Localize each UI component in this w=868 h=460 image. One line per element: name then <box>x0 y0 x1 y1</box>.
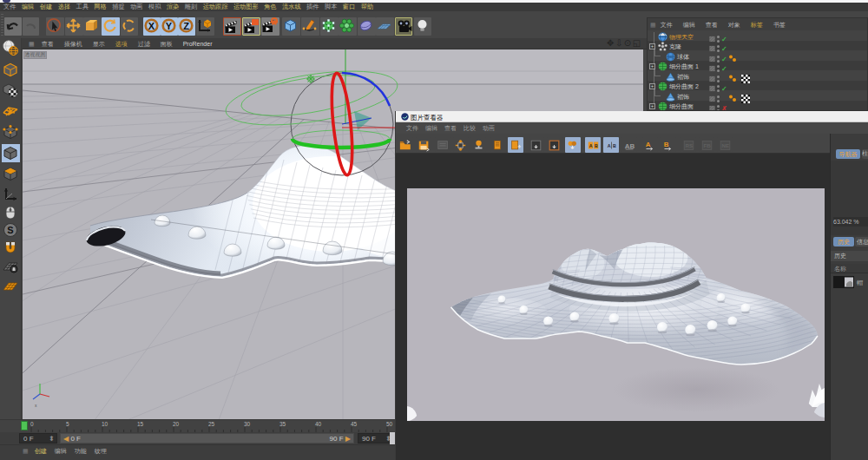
svg-text:X: X <box>148 21 155 31</box>
svg-text:A: A <box>589 142 592 148</box>
svg-text:B: B <box>595 142 598 148</box>
svg-text:NE: NE <box>721 141 729 148</box>
svg-text:A: A <box>646 140 651 148</box>
svg-text:B: B <box>664 140 669 148</box>
svg-text:FB: FB <box>703 141 711 148</box>
svg-text:B: B <box>613 142 616 148</box>
svg-text:AB: AB <box>624 141 635 149</box>
svg-text:Z: Z <box>183 21 189 31</box>
svg-text:Y: Y <box>166 21 173 31</box>
svg-text:S: S <box>7 225 13 235</box>
svg-text:x: x <box>35 403 37 408</box>
svg-text:A: A <box>607 142 610 148</box>
svg-text:RS: RS <box>685 141 693 148</box>
